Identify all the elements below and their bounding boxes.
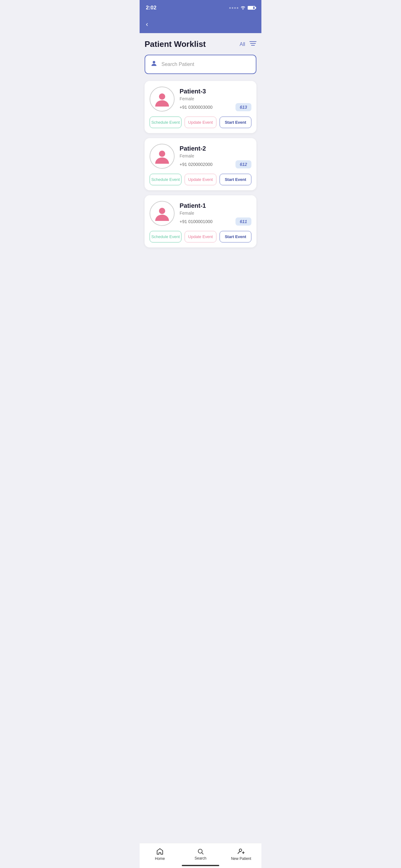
update-event-button[interactable]: Update Event [185, 117, 216, 128]
all-filter[interactable]: All [239, 41, 245, 47]
patient-id-badge: 613 [235, 103, 252, 111]
schedule-event-button[interactable]: Schedule Event [149, 231, 181, 243]
patient-gender: Female [179, 153, 252, 158]
patient-info-row: Patient-2 Female +91 0200002000 612 [149, 144, 252, 169]
nav-bar: ‹ [140, 16, 261, 33]
filter-icon[interactable] [249, 41, 257, 48]
schedule-event-button[interactable]: Schedule Event [149, 117, 181, 128]
status-bar: 2:02 [140, 0, 261, 16]
patient-phone: +91 0300003000 [179, 105, 213, 110]
header-right: All [239, 41, 257, 48]
start-event-button[interactable]: Start Event [220, 231, 252, 243]
update-event-button[interactable]: Update Event [185, 231, 216, 243]
patient-gender: Female [179, 211, 252, 216]
search-placeholder-text: Search Patient [162, 62, 194, 67]
patient-avatar [149, 87, 175, 112]
patient-card-0: Patient-3 Female +91 0300003000 613 Sche… [144, 81, 257, 133]
person-icon [150, 60, 158, 69]
patient-phone: +91 0100001000 [179, 219, 213, 224]
search-input[interactable]: Search Patient [144, 55, 257, 74]
patient-name: Patient-2 [179, 145, 252, 152]
action-buttons: Schedule Event Update Event Start Event [149, 231, 252, 243]
patient-name: Patient-1 [179, 202, 252, 209]
wifi-icon [240, 5, 246, 11]
patient-gender: Female [179, 96, 252, 101]
battery-icon [248, 6, 255, 10]
patient-info-row: Patient-3 Female +91 0300003000 613 [149, 87, 252, 112]
patient-card-2: Patient-1 Female +91 0100001000 611 Sche… [144, 195, 257, 247]
update-event-button[interactable]: Update Event [185, 174, 216, 185]
patient-name: Patient-3 [179, 88, 252, 95]
patient-bottom-row: +91 0200002000 612 [179, 160, 252, 168]
page-title: Patient Worklist [144, 39, 206, 49]
patient-details: Patient-1 Female +91 0100001000 611 [179, 201, 252, 226]
action-buttons: Schedule Event Update Event Start Event [149, 117, 252, 128]
patient-phone: +91 0200002000 [179, 162, 213, 167]
svg-point-6 [159, 208, 165, 214]
start-event-button[interactable]: Start Event [220, 117, 252, 128]
page-header: Patient Worklist All [144, 39, 257, 49]
patient-avatar [149, 201, 175, 226]
action-buttons: Schedule Event Update Event Start Event [149, 174, 252, 185]
main-content: Patient Worklist All Search Patient [140, 33, 261, 281]
back-button[interactable]: ‹ [146, 20, 148, 28]
patient-id-badge: 611 [235, 217, 252, 226]
patient-bottom-row: +91 0100001000 611 [179, 217, 252, 226]
patient-bottom-row: +91 0300003000 613 [179, 103, 252, 111]
svg-point-4 [159, 93, 165, 100]
patient-avatar [149, 144, 175, 169]
status-time: 2:02 [146, 5, 157, 11]
signal-dots [229, 7, 238, 9]
patient-info-row: Patient-1 Female +91 0100001000 611 [149, 201, 252, 226]
patient-card-1: Patient-2 Female +91 0200002000 612 Sche… [144, 138, 257, 190]
patient-id-badge: 612 [235, 160, 252, 168]
schedule-event-button[interactable]: Schedule Event [149, 174, 181, 185]
svg-point-3 [153, 61, 155, 63]
start-event-button[interactable]: Start Event [220, 174, 252, 185]
svg-point-5 [159, 151, 165, 157]
patient-details: Patient-3 Female +91 0300003000 613 [179, 87, 252, 111]
patient-list: Patient-3 Female +91 0300003000 613 Sche… [144, 81, 257, 247]
patient-details: Patient-2 Female +91 0200002000 612 [179, 144, 252, 168]
status-icons [229, 5, 255, 11]
